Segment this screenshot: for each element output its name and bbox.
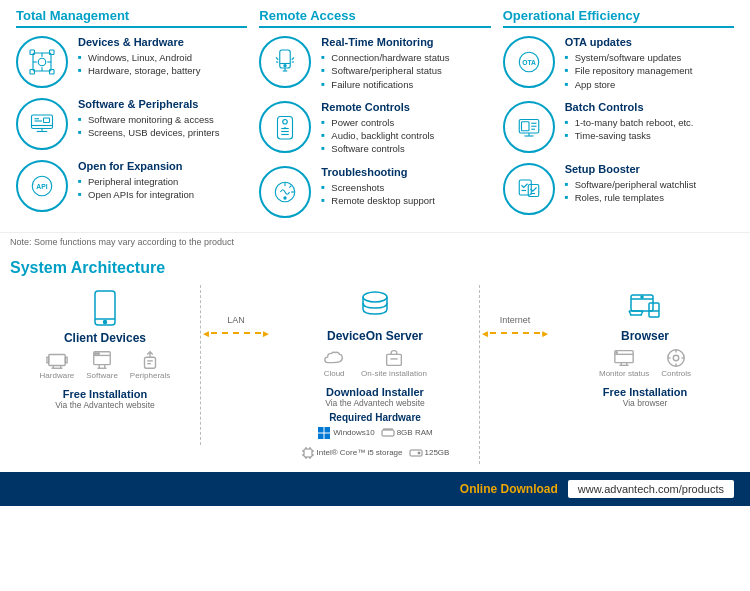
software-icon bbox=[91, 349, 113, 371]
svg-rect-99 bbox=[649, 303, 659, 317]
svg-line-38 bbox=[290, 185, 292, 187]
req-cpu: Intel® Core™ i5 storage bbox=[301, 446, 403, 460]
batch-controls-icon bbox=[503, 101, 555, 153]
svg-point-72 bbox=[363, 292, 387, 302]
onsite-label: On-site installation bbox=[361, 369, 427, 378]
col-total-management: Total Management Devices & Hardware bbox=[10, 8, 253, 228]
svg-rect-73 bbox=[387, 354, 402, 365]
feature-troubleshooting: Troubleshooting Screenshots Remote deskt… bbox=[259, 166, 490, 218]
devices-hardware-bullets: Windows, Linux, Android Hardware, storag… bbox=[78, 51, 200, 78]
svg-point-98 bbox=[641, 296, 643, 298]
server-req-label: Required Hardware bbox=[329, 412, 421, 423]
realtime-monitoring-bullets: Connection/hardware status Software/peri… bbox=[321, 51, 449, 91]
svg-rect-79 bbox=[382, 430, 394, 436]
svg-rect-8 bbox=[30, 70, 35, 75]
svg-rect-77 bbox=[318, 433, 324, 439]
remote-controls-bullets: Power controls Audio, backlight controls… bbox=[321, 116, 434, 156]
lan-dash-line bbox=[211, 332, 261, 334]
batch-controls-text: Batch Controls 1-to-many batch reboot, e… bbox=[565, 101, 694, 143]
client-install-sub: Via the Advantech website bbox=[55, 400, 155, 410]
troubleshooting-icon bbox=[259, 166, 311, 218]
svg-line-25 bbox=[276, 58, 278, 60]
browser-install-sub: Via browser bbox=[623, 398, 668, 408]
feature-batch-controls: Batch Controls 1-to-many batch reboot, e… bbox=[503, 101, 734, 153]
lan-label: LAN bbox=[227, 315, 245, 325]
system-architecture-section: System Architecture Client Devices bbox=[0, 251, 750, 464]
client-peripherals-item: Peripherals bbox=[130, 349, 170, 380]
browser-install-label: Free Installation bbox=[603, 386, 687, 398]
online-download-label: Online Download bbox=[460, 482, 558, 496]
peripherals-icon bbox=[139, 349, 161, 371]
open-expansion-title: Open for Expansion bbox=[78, 160, 194, 172]
arch-browser-block: Browser Monitor status bbox=[550, 285, 740, 445]
storage-icon bbox=[409, 446, 423, 460]
software-label: Software bbox=[86, 371, 118, 380]
batch-controls-bullets: 1-to-many batch reboot, etc. Time-saving… bbox=[565, 116, 694, 143]
req-win10: Windows10 bbox=[317, 426, 374, 440]
realtime-monitoring-text: Real-Time Monitoring Connection/hardware… bbox=[321, 36, 449, 91]
server-install-sub: Via the Advantech website bbox=[325, 398, 425, 408]
browser-icon-main bbox=[627, 289, 663, 325]
client-hardware-item: Hardware bbox=[40, 349, 75, 380]
svg-point-107 bbox=[616, 352, 617, 353]
svg-rect-76 bbox=[325, 427, 331, 433]
bottom-bar: Online Download www.advantech.com/produc… bbox=[0, 472, 750, 506]
server-title: DeviceOn Server bbox=[327, 329, 423, 343]
open-expansion-bullets: Peripheral integration Open APIs for int… bbox=[78, 175, 194, 202]
svg-text:API: API bbox=[36, 183, 47, 190]
monitor-status-label: Monitor status bbox=[599, 369, 649, 378]
internet-right-arrow: ► bbox=[540, 328, 550, 339]
software-peripherals-text: Software & Peripherals Software monitori… bbox=[78, 98, 219, 140]
hardware-icon bbox=[46, 349, 68, 371]
lan-arrow: ◄ ► bbox=[201, 328, 271, 339]
svg-point-55 bbox=[103, 320, 106, 323]
svg-rect-17 bbox=[44, 118, 50, 123]
ota-updates-icon: OTA bbox=[503, 36, 555, 88]
note-text: Note: Some functions may vary according … bbox=[0, 233, 750, 251]
monitor-status-icon bbox=[613, 347, 635, 369]
feature-devices-hardware: Devices & Hardware Windows, Linux, Andro… bbox=[16, 36, 247, 88]
internet-label: Internet bbox=[500, 315, 531, 325]
svg-point-95 bbox=[418, 452, 420, 454]
col2-title: Remote Access bbox=[259, 8, 490, 28]
svg-rect-57 bbox=[47, 357, 49, 363]
hardware-label: Hardware bbox=[40, 371, 75, 380]
cloud-label: Cloud bbox=[324, 369, 345, 378]
features-section: Total Management Devices & Hardware bbox=[0, 0, 750, 233]
remote-controls-text: Remote Controls Power controls Audio, ba… bbox=[321, 101, 434, 156]
setup-booster-icon bbox=[503, 163, 555, 215]
arch-client-block: Client Devices Hardware bbox=[10, 285, 201, 445]
setup-booster-title: Setup Booster bbox=[565, 163, 696, 175]
open-expansion-icon: API bbox=[16, 160, 68, 212]
lan-right-arrow: ► bbox=[261, 328, 271, 339]
cpu-icon bbox=[301, 446, 315, 460]
devices-hardware-text: Devices & Hardware Windows, Linux, Andro… bbox=[78, 36, 200, 78]
client-title: Client Devices bbox=[64, 331, 146, 345]
setup-booster-bullets: Software/peripheral watchlist Roles, rul… bbox=[565, 178, 696, 205]
svg-point-1 bbox=[38, 58, 46, 66]
sys-arch-title-blue: Architecture bbox=[71, 259, 165, 276]
internet-dash-line bbox=[490, 332, 540, 334]
devices-hardware-icon bbox=[16, 36, 68, 88]
feature-software-peripherals: Software & Peripherals Software monitori… bbox=[16, 98, 247, 150]
browser-monitor-item: Monitor status bbox=[599, 347, 649, 378]
remote-controls-title: Remote Controls bbox=[321, 101, 434, 113]
peripherals-label: Peripherals bbox=[130, 371, 170, 380]
browser-icons-row: Monitor status Controls bbox=[599, 347, 691, 378]
ota-updates-text: OTA updates System/software updates File… bbox=[565, 36, 693, 91]
svg-line-27 bbox=[292, 58, 294, 60]
svg-rect-78 bbox=[325, 433, 331, 439]
software-peripherals-icon bbox=[16, 98, 68, 150]
ota-updates-title: OTA updates bbox=[565, 36, 693, 48]
realtime-monitoring-title: Real-Time Monitoring bbox=[321, 36, 449, 48]
svg-rect-43 bbox=[521, 122, 529, 131]
req-ram: 8GB RAM bbox=[381, 426, 433, 440]
svg-point-64 bbox=[95, 352, 97, 354]
lan-arrow-section: LAN ◄ ► bbox=[201, 285, 271, 339]
internet-arrow-section: Internet ◄ ► bbox=[480, 285, 550, 339]
browser-title: Browser bbox=[621, 329, 669, 343]
svg-point-22 bbox=[284, 65, 286, 67]
feature-realtime-monitoring: Real-Time Monitoring Connection/hardware… bbox=[259, 36, 490, 91]
cloud-icon bbox=[323, 347, 345, 369]
feature-remote-controls: Remote Controls Power controls Audio, ba… bbox=[259, 101, 490, 156]
